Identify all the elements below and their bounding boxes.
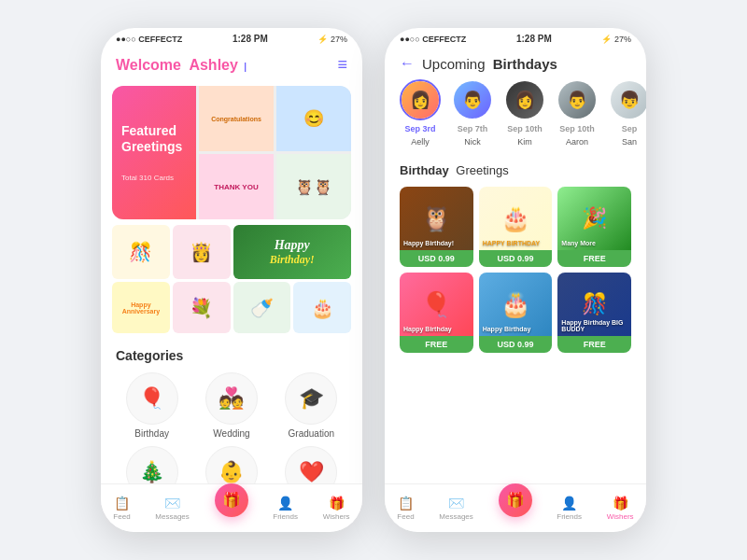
nav-friends-2[interactable]: 👤 Friends xyxy=(557,496,582,521)
wedding-label: Wedding xyxy=(213,428,249,439)
birthday-person-san[interactable]: 👦 Sep San xyxy=(609,79,646,147)
price-btn-2[interactable]: USD 0.99 xyxy=(479,250,553,267)
greeting-img-4: 🎈 Happy Birthday xyxy=(400,273,473,336)
birthday-greetings-grid: 🦉 Happy Birthday! USD 0.99 🎂 HAPPY BIRTH… xyxy=(385,183,646,360)
price-btn-3[interactable]: FREE xyxy=(557,250,631,267)
nav-wishers-2[interactable]: 🎁 Wishers xyxy=(607,496,634,521)
bottom-nav-1: 📋 Feed ✉️ Messages 🎁 👤 Friends 🎁 Wishers xyxy=(101,483,362,532)
card-happy-bday-wide[interactable]: Happy Birthday! xyxy=(233,225,352,279)
wishers-icon-2: 🎁 xyxy=(613,496,628,511)
featured-main-card[interactable]: FeaturedGreetings Total 310 Cards xyxy=(112,86,196,219)
second-row: 🎊 👸 Happy Birthday! xyxy=(112,225,351,279)
wishers-icon-1: 🎁 xyxy=(329,496,345,511)
featured-subtitle: Total 310 Cards xyxy=(121,174,187,182)
nav-friends-1[interactable]: 👤 Friends xyxy=(273,496,298,521)
nav-wishers-1[interactable]: 🎁 Wishers xyxy=(323,496,350,521)
birthday-greetings-title: Birthday Greetings xyxy=(385,156,646,183)
avatar-aaron: 👨 xyxy=(557,79,598,120)
greeting-card-6[interactable]: 🎊 Happy Birthday BIG BUDDY FREE xyxy=(557,273,631,353)
avatar-san: 👦 xyxy=(609,79,646,120)
featured-title: FeaturedGreetings xyxy=(121,123,187,155)
time-1: 1:28 PM xyxy=(233,34,268,44)
card-happy-anniv[interactable]: Happy Anniversary xyxy=(112,282,170,333)
price-btn-1[interactable]: USD 0.99 xyxy=(400,250,473,267)
greeting-card-3[interactable]: 🎉 Many More FREE xyxy=(557,187,631,267)
date-san: Sep xyxy=(622,124,638,133)
time-2: 1:28 PM xyxy=(516,34,552,44)
card-baby2[interactable]: 🍼 xyxy=(233,282,291,333)
owls-card[interactable]: 🦉🦉 xyxy=(276,154,351,219)
price-btn-6[interactable]: FREE xyxy=(557,336,631,353)
thank-you-card[interactable]: THANK YOU xyxy=(199,154,274,219)
category-wedding[interactable]: 💑 Wedding xyxy=(195,372,267,439)
phone2-title: Upcoming Birthdays xyxy=(422,56,557,72)
price-btn-5[interactable]: USD 0.99 xyxy=(479,336,553,353)
date-kim: Sep 10th xyxy=(507,124,543,133)
bottom-nav-2: 📋 Feed ✉️ Messages 🎁 👤 Friends 🎁 Wishers xyxy=(385,483,646,532)
greeting-img-1: 🦉 Happy Birthday! xyxy=(400,187,473,250)
nav-messages-1[interactable]: ✉️ Messages xyxy=(155,496,189,521)
categories-section: Categories 🎈 Birthday 💑 Wedding 🎓 Gradua… xyxy=(101,337,362,503)
nav-feed-2[interactable]: 📋 Feed xyxy=(397,496,414,521)
nav-feed-1[interactable]: 📋 Feed xyxy=(113,496,130,521)
greeting-img-3: 🎉 Many More xyxy=(557,187,631,250)
birthday-person-aaron[interactable]: 👨 Sep 10th Aaron xyxy=(557,79,598,147)
feed-icon-1: 📋 xyxy=(114,496,130,511)
nav-gift-1[interactable]: 🎁 xyxy=(215,500,248,517)
avatar-kim: 👩 xyxy=(504,79,545,120)
greeting-card-5[interactable]: 🎂 Happy Birthday USD 0.99 xyxy=(479,273,553,353)
greeting-img-2: 🎂 HAPPY BIRTHDAY xyxy=(479,187,553,250)
card-flower[interactable]: 💐 xyxy=(173,282,231,333)
miss-u-card[interactable]: 😊 xyxy=(276,86,351,151)
greeting-card-4[interactable]: 🎈 Happy Birthday FREE xyxy=(400,273,473,353)
username: Ashley xyxy=(189,57,237,73)
card-cake[interactable]: 🎂 xyxy=(293,282,351,333)
card-congrats[interactable]: 🎊 xyxy=(112,225,170,279)
birthday-label: Birthday xyxy=(134,428,169,439)
nav-gift-2[interactable]: 🎁 xyxy=(499,500,532,517)
category-graduation[interactable]: 🎓 Graduation xyxy=(275,372,347,439)
hamburger-menu[interactable]: ≡ xyxy=(337,55,347,75)
name-aelly: Aelly xyxy=(411,137,430,147)
gift-icon-1: 🎁 xyxy=(215,483,248,517)
price-btn-4[interactable]: FREE xyxy=(400,336,473,353)
friends-icon-1: 👤 xyxy=(277,496,293,511)
wedding-icon-wrap: 💑 xyxy=(205,372,258,425)
carrier-2: ●●○○ CEFFECTZ xyxy=(400,35,466,44)
welcome-text: Welcome Ashley | xyxy=(116,57,247,74)
greeting-card-2[interactable]: 🎂 HAPPY BIRTHDAY USD 0.99 xyxy=(479,187,553,267)
greeting-card-1[interactable]: 🦉 Happy Birthday! USD 0.99 xyxy=(400,187,473,267)
name-nick: Nick xyxy=(464,137,481,147)
status-bar-1: ●●○○ CEFFECTZ 1:28 PM ⚡ 27% xyxy=(101,28,362,48)
birthdays-row: 👩 Sep 3rd Aelly 👨 Sep 7th Nick 👩 Sep 10t… xyxy=(385,76,646,156)
birthday-person-kim[interactable]: 👩 Sep 10th Kim xyxy=(504,79,545,147)
graduation-icon-wrap: 🎓 xyxy=(285,372,337,425)
birthday-person-nick[interactable]: 👨 Sep 7th Nick xyxy=(452,79,493,147)
congratulations-card[interactable]: Congratulations xyxy=(199,86,274,151)
date-aaron: Sep 10th xyxy=(559,124,595,133)
friends-icon-2: 👤 xyxy=(561,496,577,511)
graduation-label: Graduation xyxy=(289,428,334,439)
phone2-header: ← Upcoming Birthdays xyxy=(385,48,646,76)
date-nick: Sep 7th xyxy=(458,124,488,133)
featured-section: FeaturedGreetings Total 310 Cards Congra… xyxy=(112,86,351,219)
avatar-nick: 👨 xyxy=(452,79,493,120)
carrier-1: ●●○○ CEFFECTZ xyxy=(116,35,182,44)
birthday-person-aelly[interactable]: 👩 Sep 3rd Aelly xyxy=(400,79,441,147)
greeting-img-6: 🎊 Happy Birthday BIG BUDDY xyxy=(557,273,631,336)
feed-icon-2: 📋 xyxy=(398,496,414,511)
third-row: Happy Anniversary 💐 🍼 🎂 xyxy=(112,282,351,333)
category-birthday[interactable]: 🎈 Birthday xyxy=(116,372,188,439)
nav-messages-2[interactable]: ✉️ Messages xyxy=(439,496,472,521)
birthday-icon-wrap: 🎈 xyxy=(126,372,178,425)
categories-title: Categories xyxy=(116,348,347,363)
name-san: San xyxy=(622,137,637,147)
card-princess[interactable]: 👸 xyxy=(173,225,231,279)
phone-1: ●●○○ CEFFECTZ 1:28 PM ⚡ 27% Welcome Ashl… xyxy=(101,28,362,532)
name-aaron: Aaron xyxy=(566,137,588,147)
phone1-header: Welcome Ashley | ≡ xyxy=(101,48,362,80)
right-icons-2: ⚡ 27% xyxy=(601,35,631,44)
back-button[interactable]: ← xyxy=(400,55,415,72)
phone-2: ●●○○ CEFFECTZ 1:28 PM ⚡ 27% ← Upcoming B… xyxy=(385,28,646,532)
name-kim: Kim xyxy=(517,137,532,147)
